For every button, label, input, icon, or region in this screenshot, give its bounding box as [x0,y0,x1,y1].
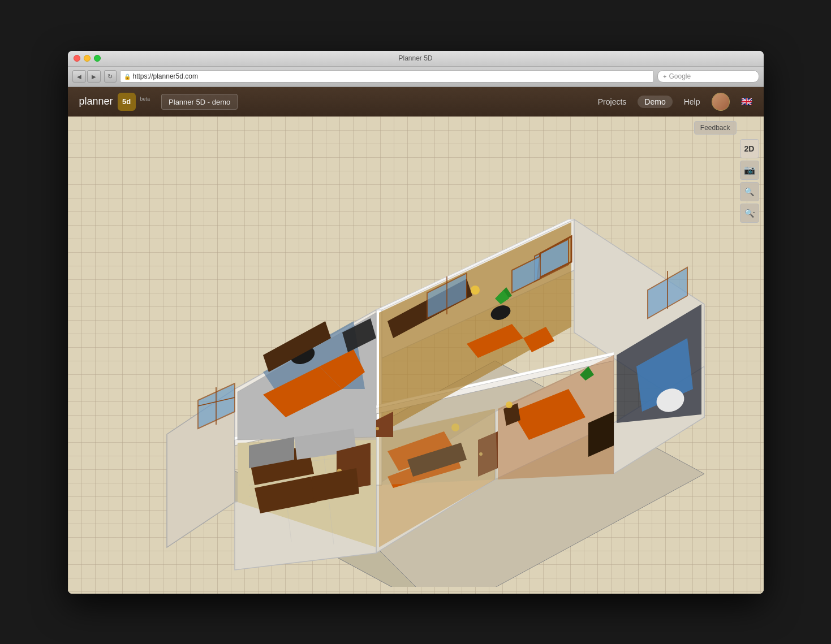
header-nav: Projects Demo Help 🇬🇧 [598,93,752,111]
nav-arrows: ◀ ▶ [72,70,101,83]
svg-point-71 [376,427,379,430]
title-bar: Planner 5D [68,51,764,67]
right-toolbar: 2D 📷 🔍 🔍- [740,139,759,223]
window-controls [74,55,101,62]
window-title: Planner 5D [398,54,432,62]
screenshot-button[interactable]: 📷 [740,161,759,180]
logo-icon: 5d [118,93,136,111]
beta-badge: beta [140,96,150,102]
zoom-in-button[interactable]: 🔍 [740,182,759,201]
user-avatar[interactable] [712,93,730,111]
zoom-out-button[interactable]: 🔍- [740,204,759,223]
url-text: https://planner5d.com [133,72,198,80]
zoom-in-icon: 🔍 [744,187,754,196]
feedback-button[interactable]: Feedback [694,121,737,135]
avatar-image [712,93,729,110]
project-name: Planner 5D - demo [169,98,230,106]
reload-button[interactable]: ↻ [104,70,117,83]
minimize-button[interactable] [84,55,91,62]
nav-demo[interactable]: Demo [638,96,672,108]
svg-point-40 [471,286,480,295]
search-icon: ✦ [662,74,667,80]
camera-icon: 📷 [744,165,755,175]
language-flag[interactable]: 🇬🇧 [741,96,752,107]
svg-point-58 [506,401,513,408]
floorplan-svg [105,123,727,587]
address-bar[interactable]: 🔒 https://planner5d.com [120,70,654,83]
maximize-button[interactable] [94,55,101,62]
main-canvas[interactable]: Feedback 2D 📷 🔍 🔍- [68,116,764,594]
search-bar[interactable]: ✦ Google [657,70,759,83]
close-button[interactable] [74,55,80,62]
nav-help[interactable]: Help [684,97,700,106]
floorplan-container [68,116,764,594]
back-button[interactable]: ◀ [72,70,86,83]
logo-text: planner [79,96,113,107]
logo-area: planner 5d beta [79,93,150,111]
mac-window: Planner 5D ◀ ▶ ↻ 🔒 https://planner5d.com… [68,51,764,594]
forward-button[interactable]: ▶ [87,70,101,83]
zoom-out-icon: 🔍- [744,209,754,218]
browser-nav-bar: ◀ ▶ ↻ 🔒 https://planner5d.com ✦ Google [68,67,764,87]
nav-projects[interactable]: Projects [598,97,627,106]
project-name-area[interactable]: Planner 5D - demo [161,94,238,110]
view-2d-button[interactable]: 2D [740,139,759,158]
search-placeholder: Google [669,72,691,80]
lock-icon: 🔒 [124,74,131,80]
app-header: planner 5d beta Planner 5D - demo Projec… [68,87,764,116]
